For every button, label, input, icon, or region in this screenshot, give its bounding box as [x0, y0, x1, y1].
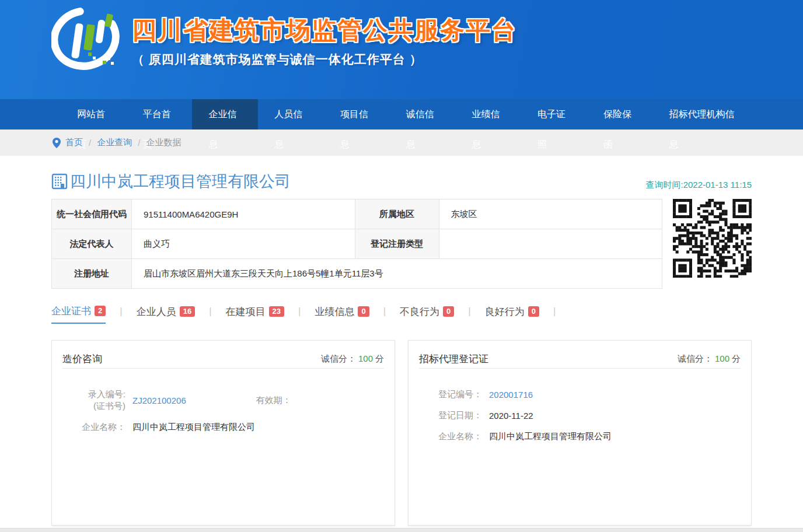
nav-item-platform-home[interactable]: 平台首页 [127, 99, 193, 130]
credit-score-value: 100 [715, 354, 729, 363]
field-value-registration-date: 2020-11-22 [489, 411, 533, 421]
field-value-region: 东坡区 [439, 200, 662, 229]
main-nav: 网站首页 平台首页 企业信息 人员信息 项目信息 诚信信息 业绩信息 电子证照 … [0, 99, 803, 130]
location-pin-icon [53, 138, 61, 148]
tab-bad-behavior[interactable]: 不良行为 0 [400, 305, 454, 323]
nav-item-enterprise-info[interactable]: 企业信息 [192, 99, 258, 130]
breadcrumb-separator: / [138, 138, 140, 148]
nav-item-bidding-agency[interactable]: 招标代理机构信息 [653, 99, 752, 130]
certificate-number-link[interactable]: ZJ202100206 [132, 396, 186, 405]
table-row: 注册地址 眉山市东坡区眉州大道东三段天天向上186号5幢1单元11层3号 [52, 259, 662, 289]
field-value-address: 眉山市东坡区眉州大道东三段天天向上186号5幢1单元11层3号 [132, 259, 662, 289]
site-subtitle: （ 原四川省建筑市场监管与诚信一体化工作平台 ） [132, 51, 517, 68]
credit-score: 诚信分：100分 [678, 354, 741, 365]
field-value-enterprise-name: 四川中岚工程项目管理有限公司 [132, 422, 255, 433]
site-logo-icon [51, 7, 124, 76]
tab-performance-info[interactable]: 业绩信息 0 [315, 305, 369, 323]
field-label-enterprise-name: 企业名称： [419, 430, 489, 442]
field-value-credit-code: 91511400MA6420GE9H [132, 200, 355, 229]
field-label-legal-rep: 法定代表人 [52, 229, 132, 259]
field-label-address: 注册地址 [52, 259, 132, 289]
table-row: 统一社会信用代码 91511400MA6420GE9H 所属地区 东坡区 [52, 200, 662, 229]
tab-enterprise-certificates[interactable]: 企业证书 2 [51, 304, 106, 324]
breadcrumb: 首页 / 企业查询 / 企业数据 [51, 130, 752, 156]
company-info-table: 统一社会信用代码 91511400MA6420GE9H 所属地区 东坡区 法定代… [51, 199, 662, 289]
count-badge: 2 [95, 306, 106, 316]
field-value-legal-rep: 曲义巧 [132, 229, 355, 259]
tab-separator: | [468, 306, 470, 322]
registration-number-link[interactable]: 202001716 [489, 390, 533, 400]
count-badge: 16 [180, 306, 195, 317]
breadcrumb-enterprise-search[interactable]: 企业查询 [97, 137, 132, 148]
page-title: 四川中岚工程项目管理有限公司 [51, 171, 291, 192]
nav-item-project-info[interactable]: 项目信息 [324, 99, 390, 130]
building-icon [51, 173, 68, 190]
nav-item-e-license[interactable]: 电子证照 [521, 99, 587, 130]
count-badge: 0 [358, 306, 369, 317]
page: 四川省建筑市场监管公共服务平台 （ 原四川省建筑市场监管与诚信一体化工作平台 ）… [0, 0, 803, 532]
tab-projects-under-construction[interactable]: 在建项目 23 [226, 305, 284, 323]
field-label-registration-number: 登记编号： [419, 388, 489, 400]
credit-score-value: 100 [358, 354, 373, 363]
field-label-enterprise-name: 企业名称： [62, 421, 132, 433]
card-title: 造价咨询 [62, 352, 102, 366]
field-label-entry-number: 录入编号: (证书号) [62, 388, 132, 412]
field-label-registration-date: 登记日期： [419, 410, 489, 421]
nav-item-performance-info[interactable]: 业绩信息 [455, 99, 521, 130]
nav-item-credit-info[interactable]: 诚信信息 [390, 99, 456, 130]
site-header: 四川省建筑市场监管公共服务平台 （ 原四川省建筑市场监管与诚信一体化工作平台 ） [0, 0, 803, 99]
tab-separator: | [209, 306, 211, 322]
qr-code [673, 199, 752, 278]
company-name-heading: 四川中岚工程项目管理有限公司 [70, 171, 291, 192]
count-badge: 23 [269, 306, 284, 317]
query-time: 查询时间:2022-01-13 11:15 [646, 180, 752, 192]
nav-item-personnel-info[interactable]: 人员信息 [258, 99, 324, 130]
tab-separator: | [553, 306, 556, 322]
field-value-registration-type [439, 229, 662, 259]
card-title: 招标代理登记证 [419, 352, 488, 366]
tab-separator: | [120, 306, 122, 322]
field-label-validity: 有效期： [228, 394, 298, 406]
breadcrumb-bar: 首页 / 企业查询 / 企业数据 [0, 130, 803, 156]
certificate-card-cost-consulting: 造价咨询 诚信分：100分 录入编号: (证书号) ZJ202100206 有效… [51, 340, 395, 526]
nav-item-insurance[interactable]: 保险保函 [587, 99, 653, 130]
nav-item-site-home[interactable]: 网站首页 [61, 99, 127, 130]
credit-score: 诚信分：100分 [321, 354, 384, 365]
table-row: 法定代表人 曲义巧 登记注册类型 [52, 229, 662, 259]
field-label-credit-code: 统一社会信用代码 [52, 200, 132, 229]
tab-enterprise-personnel[interactable]: 企业人员 16 [137, 305, 195, 323]
field-label-registration-type: 登记注册类型 [355, 229, 439, 259]
tab-separator: | [383, 306, 386, 322]
breadcrumb-home[interactable]: 首页 [65, 137, 83, 148]
breadcrumb-separator: / [89, 138, 91, 148]
qr-code-box [673, 199, 752, 282]
count-badge: 0 [528, 306, 539, 317]
detail-tabs: 企业证书 2 | 企业人员 16 | 在建项目 23 | 业绩信息 0 | 不良… [51, 304, 752, 324]
site-title: 四川省建筑市场监管公共服务平台 [132, 14, 517, 47]
certificate-card-bidding-agency-registration: 招标代理登记证 诚信分：100分 登记编号： 202001716 登记日期： 2… [408, 340, 752, 526]
field-label-region: 所属地区 [355, 200, 439, 229]
breadcrumb-current: 企业数据 [146, 137, 181, 148]
tab-good-behavior[interactable]: 良好行为 0 [485, 305, 539, 323]
footer-bar [0, 528, 803, 532]
count-badge: 0 [443, 306, 454, 317]
tab-separator: | [298, 306, 301, 322]
field-value-enterprise-name: 四川中岚工程项目管理有限公司 [489, 431, 612, 442]
